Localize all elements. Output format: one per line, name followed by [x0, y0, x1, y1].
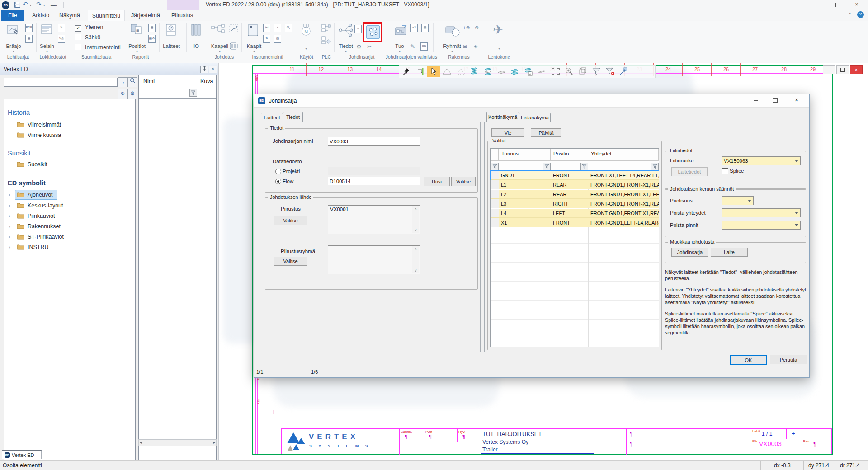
scroll-down-icon[interactable]: ∨ — [412, 228, 419, 232]
tree-item-st-piirikaaviot[interactable]: ST-Piirikaaviot — [28, 234, 64, 240]
table-row-selected[interactable]: GND1 FRONT FRONT-X1,LEFT-L4,REAR-L1,R... — [491, 171, 659, 180]
harness-doc-icon[interactable]: ⌗ — [354, 25, 362, 33]
scroll-up-icon[interactable]: ∧ — [412, 247, 419, 251]
lentokone-icon[interactable]: ✈ — [493, 22, 503, 37]
scrollbar[interactable]: ∧∨ — [412, 246, 419, 273]
grid-symbol-icon[interactable]: ⊞ — [463, 43, 467, 49]
collapse-ribbon-icon[interactable]: ⌃ — [848, 12, 852, 17]
hatch-doc-icon[interactable]: ▨ — [274, 35, 281, 43]
o2-doc-icon[interactable]: O₂ — [285, 24, 292, 32]
tab-piirustus[interactable]: Piirustus — [168, 10, 196, 21]
pdf-doc-icon[interactable]: PDF — [25, 24, 33, 32]
tree-item-suosikit[interactable]: Suosikit — [28, 161, 47, 168]
tree-item-rakennukset[interactable]: Rakennukset — [28, 223, 61, 230]
peruuta-button[interactable]: Peruuta — [770, 355, 807, 364]
layers-checkbox-icon[interactable] — [522, 66, 535, 77]
ryhmat-icon[interactable] — [445, 25, 460, 38]
chevron-right-icon[interactable]: › — [9, 202, 10, 209]
pin-tool-icon[interactable] — [400, 66, 413, 77]
dialog-titlebar[interactable]: ED Johdinsarja × — [254, 94, 809, 108]
filter-funnel-icon[interactable] — [580, 163, 588, 170]
tree-item-piirikaaviot[interactable]: Piirikaaviot — [28, 213, 55, 219]
measure-icon[interactable]: ⌐? — [410, 24, 418, 32]
tree-item-viime-kuussa[interactable]: Viime kuussa — [28, 132, 61, 138]
wire-pen-icon[interactable]: ✎ — [410, 43, 415, 50]
poista-pinnit-combo[interactable] — [722, 221, 801, 230]
layer-flat-icon[interactable] — [536, 66, 548, 77]
cell-tunnus[interactable]: L3 — [499, 199, 551, 208]
search-icon[interactable] — [127, 77, 137, 87]
table-row[interactable]: X1 FRONT FRONT-GND1,LEFT-L4,REAR-L1... — [491, 218, 659, 227]
x-circle-icon[interactable]: ⊗ — [475, 25, 479, 31]
pin-icon[interactable] — [200, 66, 208, 73]
save-icon[interactable] — [14, 1, 21, 9]
undo-icon[interactable]: ↶ — [23, 0, 28, 8]
kaapeli-button[interactable]: Kaapeli — [211, 43, 228, 49]
johdinsarjan-nimi-input[interactable] — [328, 137, 420, 146]
laitteet-icon[interactable] — [165, 24, 178, 37]
kaapeli-icon[interactable] — [211, 24, 226, 37]
tab-jarjestelma[interactable]: Järjestelmä — [130, 10, 161, 21]
cell-tunnus[interactable]: L4 — [499, 209, 551, 218]
filter-funnel-icon[interactable] — [651, 163, 659, 170]
liitinrunko-combo[interactable]: VX150063 — [722, 156, 801, 165]
harness-report-icon[interactable]: ▤ — [421, 24, 429, 32]
splice-checkbox[interactable] — [722, 168, 728, 174]
layers-stack-icon[interactable] — [468, 66, 481, 77]
panel-close-icon[interactable]: × — [209, 66, 217, 73]
filter-funnel-icon[interactable] — [491, 163, 499, 170]
scrollbar[interactable]: ∧∨ — [412, 206, 419, 233]
vie-button[interactable]: Vie — [491, 128, 524, 137]
chevron-right-icon[interactable]: › — [9, 244, 10, 250]
cell-positio[interactable]: LEFT — [551, 209, 588, 218]
diamond-icon[interactable]: ◈ — [474, 43, 477, 49]
column-header-kuva[interactable]: Kuva — [200, 78, 213, 85]
filter-tool-icon[interactable] — [590, 66, 603, 77]
dialog-close-button[interactable]: × — [790, 96, 803, 104]
pdf-batch-icon[interactable]: ▦ — [25, 35, 33, 43]
kaytot-dropdown-icon[interactable]: ▾ — [305, 47, 307, 51]
harness-connectors-icon[interactable] — [366, 25, 380, 39]
scroll-right-icon[interactable]: ▸ — [213, 440, 215, 445]
cell-yhteydet[interactable]: FRONT-GND1,LEFT-L4,REAR-L1... — [588, 218, 659, 227]
bookmark-doc-icon[interactable]: ⋈ — [263, 24, 270, 32]
excel-log-icon[interactable]: X⎙ — [58, 35, 65, 43]
paivita-button[interactable]: Päivitä — [531, 128, 561, 137]
lentokone-dropdown-icon[interactable]: ▾ — [498, 47, 500, 51]
chevron-right-icon[interactable]: › — [9, 223, 10, 230]
io-icon[interactable] — [190, 24, 203, 37]
tab-korttinakyma[interactable]: Korttinäkymä — [486, 112, 519, 122]
cell-tunnus[interactable]: L2 — [499, 190, 551, 199]
cell-tunnus[interactable]: GND1 — [499, 171, 551, 180]
tab-nakyma[interactable]: Näkymä — [57, 10, 82, 21]
move-tool-icon[interactable] — [414, 66, 426, 77]
refresh-icon[interactable]: ↻ — [118, 89, 127, 99]
minimize-button[interactable] — [811, 0, 826, 9]
cell-yhteydet[interactable]: FRONT-GND1,FRONT-X1,REAR-... — [588, 199, 659, 208]
tab-laitteet[interactable]: Laitteet — [261, 113, 283, 122]
column-header-nimi[interactable]: Nimi — [143, 78, 155, 85]
scale-arrow-icon[interactable] — [617, 66, 630, 77]
undo-dropdown-icon[interactable]: ▾ — [30, 4, 32, 7]
chevron-right-icon[interactable]: › — [9, 213, 10, 219]
search-input[interactable] — [4, 78, 118, 87]
checkbox-yleinen[interactable]: ✓ Yleinen — [75, 24, 103, 32]
chevron-right-icon[interactable]: › — [9, 192, 10, 198]
row-selector[interactable] — [491, 190, 499, 199]
cell-positio[interactable]: RIGHT — [551, 199, 588, 208]
ryhmat-button[interactable]: Ryhmät — [443, 43, 461, 49]
bottom-tab-vertex-ed[interactable]: ED Vertex ED — [2, 450, 42, 459]
cube-icon[interactable] — [576, 66, 589, 77]
cell-positio[interactable]: FRONT — [551, 171, 588, 180]
harness-cut-icon[interactable]: ✂ — [367, 43, 372, 50]
positiot-icon[interactable]: ▦ — [130, 24, 143, 37]
laite-button[interactable]: Laite — [711, 248, 748, 257]
horizontal-scrollbar[interactable]: ◂ ▸ — [138, 439, 217, 446]
tiedot-button[interactable]: Tiedot — [339, 43, 353, 49]
valitse-piirustus-button[interactable]: Valitse — [274, 216, 307, 225]
flow-input[interactable] — [328, 177, 420, 185]
scroll-left-icon[interactable]: ◂ — [140, 440, 142, 445]
tab-arkisto[interactable]: Arkisto — [30, 10, 52, 21]
tuo-icon[interactable] — [394, 25, 409, 38]
tab-file[interactable]: File — [1, 10, 24, 21]
